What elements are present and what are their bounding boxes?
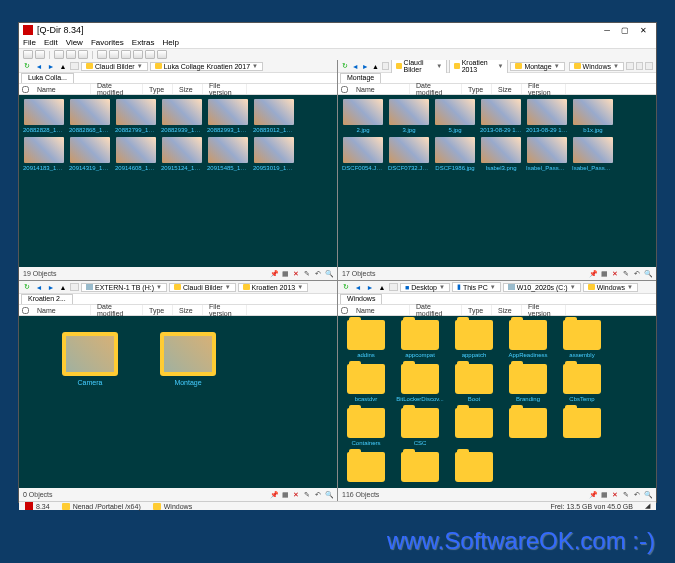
col-date[interactable]: Date modified [410,305,462,315]
back-icon[interactable]: ◄ [351,62,359,71]
toolbar-button[interactable] [66,50,76,59]
undo-icon[interactable]: ↶ [314,270,322,278]
image-thumbnail[interactable]: Isabel_Passbild_1... [526,137,568,171]
toolbar-button[interactable] [133,50,143,59]
delete-icon[interactable]: ✕ [292,270,300,278]
breadcrumb[interactable]: Luka Collage Kroatien 2017▼ [150,62,263,71]
col-type[interactable]: Type [143,84,173,94]
breadcrumb[interactable]: Windows▼ [569,62,624,71]
col-date[interactable]: Date modified [91,84,143,94]
breadcrumb[interactable]: Kroatien 2013▼ [238,283,309,292]
breadcrumb[interactable]: Claudi Bilder▼ [169,283,236,292]
folder-item[interactable] [342,452,390,484]
view-icon[interactable]: ▦ [600,270,608,278]
image-thumbnail[interactable]: DSCF1986.jpg [434,137,476,171]
pane2-content[interactable]: 2.jpg3.jpg5.jpg2013-08-29 17.35.25.jpg20… [338,95,656,267]
image-thumbnail[interactable]: Isabel_Passbild_1... [572,137,614,171]
folder-item[interactable]: CbsTemp [558,364,606,402]
col-name[interactable]: Name [31,84,91,94]
forward-icon[interactable]: ► [365,283,375,292]
folder-item[interactable] [450,452,498,484]
col-name[interactable]: Name [350,84,410,94]
close-button[interactable]: ✕ [634,24,652,36]
breadcrumb[interactable]: Claudi Bilder▼ [81,62,148,71]
tool-icon[interactable] [626,62,634,70]
col-date[interactable]: Date modified [410,84,462,94]
image-thumbnail[interactable]: 20914319_15316... [69,137,111,171]
menu-favorites[interactable]: Favorites [91,38,124,47]
toolbar-button[interactable] [78,50,88,59]
folder-item[interactable]: Camera [55,332,125,386]
pane2-tab[interactable]: Montage [340,73,381,83]
pin-icon[interactable]: 📌 [589,270,597,278]
pin-icon[interactable]: 📌 [270,491,278,499]
folder-item[interactable]: Branding [504,364,552,402]
tool-icon[interactable] [636,62,644,70]
breadcrumb[interactable]: Windows▼ [583,283,638,292]
search-icon[interactable]: 🔍 [644,270,652,278]
resize-grip-icon[interactable]: ◢ [645,502,650,510]
image-thumbnail[interactable]: 20883012_15328... [253,99,295,133]
folder-item[interactable]: BitLockerDiscov... [396,364,444,402]
forward-icon[interactable]: ► [361,62,369,71]
folder-item[interactable] [396,452,444,484]
star-icon[interactable] [70,62,79,70]
image-thumbnail[interactable]: 20953019_15328... [253,137,295,171]
undo-icon[interactable]: ↶ [314,491,322,499]
star-icon[interactable] [382,62,390,70]
up-icon[interactable]: ▲ [377,283,387,292]
pane1-tab[interactable]: Luka Colla... [21,73,74,83]
col-version[interactable]: File version [522,305,566,315]
pane4-tab[interactable]: Windows [340,294,382,304]
folder-item[interactable]: appcompat [396,320,444,358]
delete-icon[interactable]: ✕ [292,491,300,499]
image-thumbnail[interactable]: DSCF0732.JPG [388,137,430,171]
toolbar-button[interactable] [23,50,33,59]
image-thumbnail[interactable]: 20914608_15316... [115,137,157,171]
folder-item[interactable] [504,408,552,446]
col-name[interactable]: Name [350,305,410,315]
breadcrumb[interactable]: Claudi Bilder▼ [391,60,447,74]
image-thumbnail[interactable]: 3.jpg [388,99,430,133]
folder-item[interactable]: Boot [450,364,498,402]
up-icon[interactable]: ▲ [58,62,68,71]
breadcrumb[interactable]: Montage▼ [510,62,564,71]
forward-icon[interactable]: ► [46,62,56,71]
image-thumbnail[interactable]: 2013-08-29 17.35.25.jpg [480,99,522,133]
back-icon[interactable]: ◄ [353,283,363,292]
star-icon[interactable] [389,283,398,291]
folder-item[interactable] [558,408,606,446]
folder-item[interactable]: CSC [396,408,444,446]
delete-icon[interactable]: ✕ [611,270,619,278]
view-icon[interactable]: ▦ [600,491,608,499]
toolbar-button[interactable] [121,50,131,59]
view-icon[interactable]: ▦ [281,491,289,499]
toolbar-button[interactable] [157,50,167,59]
back-icon[interactable]: ◄ [34,283,44,292]
folder-item[interactable]: Containers [342,408,390,446]
refresh-icon[interactable]: ↻ [341,283,351,292]
undo-icon[interactable]: ↶ [633,270,641,278]
select-all-checkbox[interactable] [22,307,29,314]
image-thumbnail[interactable]: 2.jpg [342,99,384,133]
menu-file[interactable]: File [23,38,36,47]
image-thumbnail[interactable]: 20915124_15328... [161,137,203,171]
forward-icon[interactable]: ► [46,283,56,292]
star-icon[interactable] [70,283,79,291]
refresh-icon[interactable]: ↻ [22,283,32,292]
search-icon[interactable]: 🔍 [325,491,333,499]
edit-icon[interactable]: ✎ [622,491,630,499]
up-icon[interactable]: ▲ [58,283,68,292]
view-icon[interactable]: ▦ [281,270,289,278]
folder-item[interactable]: addins [342,320,390,358]
col-version[interactable]: File version [522,84,566,94]
maximize-button[interactable]: ▢ [616,24,634,36]
select-all-checkbox[interactable] [22,86,29,93]
minimize-button[interactable]: ─ [598,24,616,36]
col-type[interactable]: Type [462,84,492,94]
col-size[interactable]: Size [492,305,522,315]
image-thumbnail[interactable]: DSCF0054.JPG [342,137,384,171]
toolbar-button[interactable] [109,50,119,59]
delete-icon[interactable]: ✕ [611,491,619,499]
col-type[interactable]: Type [462,305,492,315]
